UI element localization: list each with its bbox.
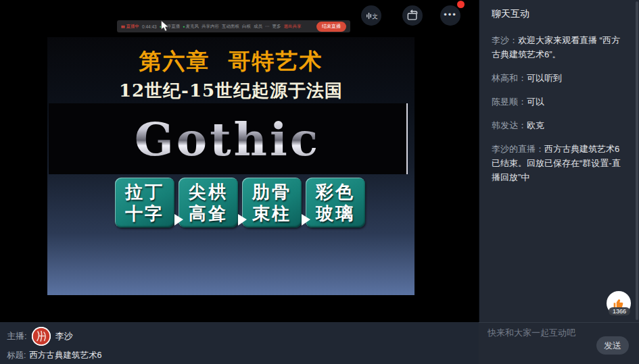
stream-title-label: 标题: <box>7 350 26 361</box>
chat-sender: 林高和： <box>492 73 527 83</box>
chat-sender: 陈昱顺： <box>492 97 527 107</box>
share-screen-icon <box>406 9 419 22</box>
host-avatar[interactable] <box>32 327 51 346</box>
feature-boxes: 拉丁 十字 尖栱 高耸 肋骨 束柱 彩色 玻璃 <box>115 178 365 228</box>
box-text: 玻璃 <box>316 203 355 224</box>
feature-box-latin-cross: 拉丁 十字 <box>115 178 174 228</box>
chat-text: 可以 <box>527 97 544 107</box>
seal-avatar-icon <box>32 327 51 346</box>
toolbar-item: 麦克风 <box>183 24 199 30</box>
chat-sender: 李沙： <box>492 35 518 45</box>
chat-text: 欧克 <box>527 120 544 130</box>
host-name: 李沙 <box>55 330 73 342</box>
live-timer: 0:44:43 <box>142 24 157 29</box>
gothic-word: Gothic <box>135 112 321 166</box>
toolbar-item: 白板 <box>242 24 251 30</box>
box-text: 彩色 <box>316 181 355 203</box>
chat-text: 可以听到 <box>527 73 562 83</box>
like-widget: 1366 <box>607 291 632 318</box>
share-screen-button[interactable] <box>402 5 423 26</box>
presentation-slide: 第六章 哥特艺术 12世纪-15世纪起源于法国 Gothic 拉丁 十字 尖栱 … <box>47 37 415 295</box>
captions-translate-button[interactable]: 文 <box>361 5 381 26</box>
video-stage: 第六章 哥特艺术 12世纪-15世纪起源于法国 Gothic 拉丁 十字 尖栱 … <box>0 0 479 322</box>
chat-message: 韩发达：欧克 <box>492 118 628 132</box>
captured-broadcast-toolbar: 直播中 0:44:43 暂停直播 麦克风 共享内容 互动面板 白板 成员 ⋯ 更… <box>117 20 350 32</box>
chat-input[interactable] <box>486 327 597 338</box>
mouse-cursor <box>161 20 169 32</box>
live-status-label: 直播中 <box>121 24 139 30</box>
toolbar-item: 更多 <box>273 24 281 30</box>
feature-box-pointed-arch: 尖栱 高耸 <box>179 178 238 228</box>
box-text: 高耸 <box>189 203 228 224</box>
slide-chapter-title: 第六章 哥特艺术 <box>47 47 415 77</box>
captions-translate-icon: 文 <box>365 9 378 22</box>
feature-box-stained-glass: 彩色 玻璃 <box>306 178 365 228</box>
stream-title-value: 西方古典建筑艺术6 <box>29 350 101 361</box>
notification-dot <box>457 1 465 8</box>
svg-text:文: 文 <box>372 13 378 20</box>
end-live-pill: 结束直播 <box>316 22 346 32</box>
chat-header: 聊天互动 <box>479 0 639 20</box>
box-text: 拉丁 <box>125 181 164 203</box>
like-count-badge: 1366 <box>609 307 630 315</box>
chat-sidebar: 聊天互动 李沙：欢迎大家来观看直播 “西方古典建筑艺术6”。 林高和：可以听到 … <box>479 0 639 364</box>
box-text: 十字 <box>125 203 164 224</box>
toolbar-item-exit-share: 退出共享 <box>284 24 302 30</box>
toolbar-item: ⋯ <box>265 24 270 29</box>
chat-message: 林高和：可以听到 <box>492 71 628 85</box>
toolbar-item: 互动面板 <box>222 24 239 30</box>
chat-message-list: 李沙：欢迎大家来观看直播 “西方古典建筑艺术6”。 林高和：可以听到 陈昱顺：可… <box>479 20 639 184</box>
toolbar-item: 共享内容 <box>202 24 219 30</box>
box-text: 肋骨 <box>252 181 291 203</box>
toolbar-item: 成员 <box>254 24 262 30</box>
send-button[interactable]: 发送 <box>596 336 629 355</box>
chat-input-bar: 发送 <box>479 322 639 364</box>
more-icon: ••• <box>444 9 457 20</box>
chat-sender: 韩发达： <box>492 120 527 130</box>
chat-scrollbar[interactable] <box>636 1 638 320</box>
gothic-title-image: Gothic <box>49 103 408 174</box>
feature-box-rib-vault: 肋骨 束柱 <box>242 178 302 228</box>
more-options-button[interactable]: ••• <box>440 5 460 26</box>
box-text: 尖栱 <box>189 181 228 203</box>
flow-arrow-icon <box>238 214 247 226</box>
flow-arrow-icon <box>174 214 183 226</box>
chat-message: 李沙：欢迎大家来观看直播 “西方古典建筑艺术6”。 <box>492 33 628 61</box>
chat-sender: 李沙的直播： <box>492 144 544 154</box>
chat-message: 陈昱顺：可以 <box>492 95 628 109</box>
host-label: 主播: <box>7 330 27 342</box>
slide-subtitle: 12世纪-15世纪起源于法国 <box>47 79 415 103</box>
box-text: 束柱 <box>252 203 291 224</box>
flow-arrow-icon <box>302 214 310 226</box>
chat-message: 李沙的直播：西方古典建筑艺术6 已结束。回放已保存在“群设置-直播回放”中 <box>492 142 628 184</box>
host-info-bar: 主播: 李沙 标题: 西方古典建筑艺术6 <box>0 322 479 364</box>
